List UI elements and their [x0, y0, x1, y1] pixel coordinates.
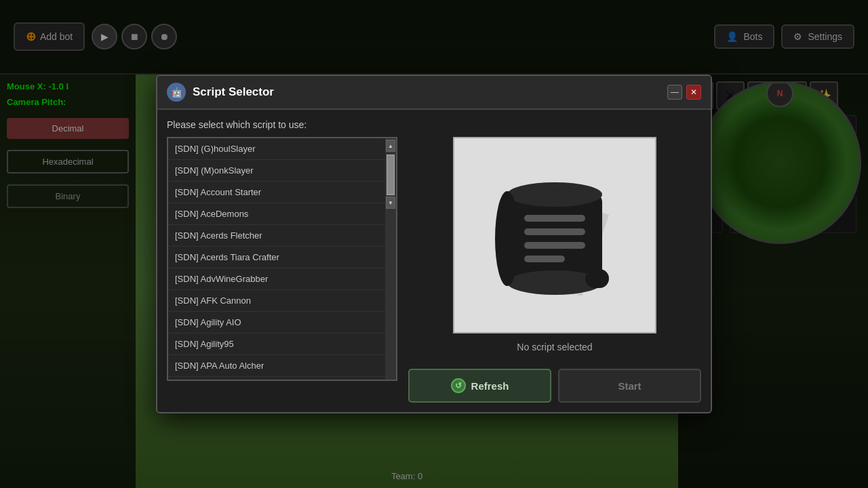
script-list-item[interactable]: [SDN] AceDemons: [168, 203, 396, 225]
modal-overlay: 🤖 Script Selector — ✕ Please select whic…: [0, 0, 868, 488]
script-list-item[interactable]: [SDN] AFK Cannon: [168, 290, 396, 312]
refresh-label: Refresh: [471, 380, 509, 392]
dialog-actions: ↺ Refresh Start: [408, 369, 701, 403]
script-list-item[interactable]: [SDN] Agility AIO: [168, 312, 396, 333]
start-label: Start: [618, 380, 641, 392]
scroll-up-button[interactable]: ▲: [386, 140, 395, 152]
refresh-icon: ↺: [451, 378, 466, 393]
svg-point-2: [507, 182, 602, 207]
script-list-item[interactable]: [SDN] (G)houlSlayer: [168, 138, 396, 160]
dialog-titlebar: 🤖 Script Selector — ✕: [157, 76, 711, 110]
dialog-icon: 🤖: [167, 83, 186, 102]
script-list-container: [SDN] (G)houlSlayer[SDN] (M)onkSlayer[SD…: [167, 137, 397, 403]
svg-point-8: [495, 191, 519, 286]
script-selector-dialog: 🤖 Script Selector — ✕ Please select whic…: [156, 75, 712, 413]
script-preview: [453, 137, 656, 333]
dialog-body: Please select which script to use: [SDN]…: [157, 110, 711, 412]
script-list[interactable]: [SDN] (G)houlSlayer[SDN] (M)onkSlayer[SD…: [167, 137, 397, 381]
script-list-item[interactable]: [SDN] Account Starter: [168, 182, 396, 203]
svg-rect-5: [524, 228, 585, 235]
script-list-item[interactable]: [SDN] Agility95: [168, 333, 396, 355]
script-list-item[interactable]: [SDN] APA Auto Alcher: [168, 355, 396, 377]
refresh-button[interactable]: ↺ Refresh: [408, 369, 551, 403]
svg-rect-9: [585, 269, 609, 288]
dialog-subtitle: Please select which script to use:: [167, 119, 701, 130]
scroll-thumb[interactable]: [387, 155, 395, 195]
script-list-item[interactable]: [SDN] (M)onkSlayer: [168, 160, 396, 182]
minimize-button[interactable]: —: [667, 85, 682, 100]
close-button[interactable]: ✕: [686, 85, 701, 100]
svg-rect-1: [507, 195, 602, 283]
script-list-item[interactable]: [SDN] Acerds Tiara Crafter: [168, 247, 396, 268]
no-script-label: No script selected: [517, 342, 592, 352]
scrollbar: ▲ ▼: [385, 138, 396, 380]
dialog-content: [SDN] (G)houlSlayer[SDN] (M)onkSlayer[SD…: [167, 137, 701, 403]
scroll-icon: [487, 161, 623, 310]
script-list-item[interactable]: [SDN] Acerds Fletcher: [168, 225, 396, 247]
dialog-controls: — ✕: [667, 85, 701, 100]
preview-area: No script selected ↺ Refresh Start: [408, 137, 701, 403]
script-list-item[interactable]: [SDN] APA Combat Assistant: [168, 377, 396, 381]
scroll-down-button[interactable]: ▼: [386, 197, 395, 209]
script-list-item[interactable]: [SDN] AdvWineGrabber: [168, 268, 396, 290]
script-items: [SDN] (G)houlSlayer[SDN] (M)onkSlayer[SD…: [168, 138, 396, 381]
svg-rect-4: [524, 215, 585, 222]
svg-rect-7: [524, 256, 565, 262]
svg-rect-6: [524, 242, 585, 249]
dialog-title: Script Selector: [193, 85, 660, 99]
start-button[interactable]: Start: [558, 369, 701, 403]
